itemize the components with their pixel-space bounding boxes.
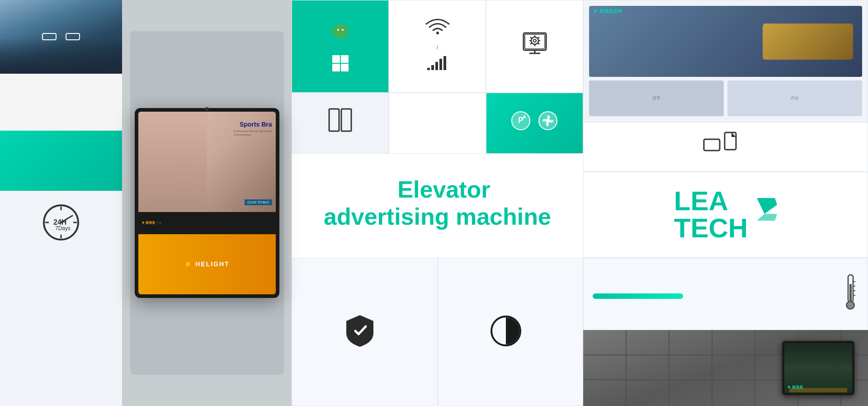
- fan-icon: [538, 111, 558, 133]
- svg-rect-7: [334, 27, 347, 36]
- svg-point-51: [847, 302, 854, 308]
- android-windows-box: [292, 0, 389, 93]
- resolution-block: [0, 0, 122, 74]
- svg-rect-20: [431, 65, 434, 70]
- preview-screens-block: ▶ 新视觉品牌 汉字 内容: [583, 0, 868, 122]
- sub-preview-2: 内容: [727, 80, 862, 116]
- signal-bars-icon: [426, 55, 449, 73]
- svg-rect-19: [427, 68, 430, 70]
- resolution-2160p: [66, 33, 80, 40]
- leatech-logo-text2: TECH: [674, 215, 748, 242]
- svg-point-27: [533, 39, 536, 42]
- svg-rect-21: [435, 62, 438, 70]
- svg-line-34: [538, 37, 539, 38]
- shield-icon: [344, 313, 376, 351]
- svg-line-33: [538, 43, 539, 44]
- svg-text:▲: ▲: [522, 113, 527, 119]
- svg-point-12: [337, 29, 339, 31]
- terminal-icon: [521, 31, 548, 57]
- svg-rect-38: [329, 109, 339, 131]
- svg-rect-15: [341, 55, 349, 63]
- super-power-icon: P ▲: [511, 111, 531, 133]
- brightness-adj-icon: [490, 315, 522, 349]
- svg-rect-47: [725, 132, 736, 150]
- product-line2: advertising machine: [324, 203, 551, 230]
- svg-rect-8: [332, 28, 335, 34]
- svg-point-13: [342, 29, 344, 31]
- temp-progress-bar: [593, 293, 683, 299]
- svg-rect-39: [341, 109, 351, 131]
- device-display: Sports Bra Professional Women Sports Bra…: [122, 0, 292, 406]
- usage-block: 24H 7Days: [0, 191, 122, 258]
- leatech-logo-text: LEA: [674, 188, 748, 215]
- svg-point-18: [436, 32, 439, 34]
- svg-text:7Days: 7Days: [55, 225, 71, 231]
- empty-box-1: [389, 93, 486, 154]
- product-line1: Elevator: [397, 176, 490, 203]
- orientation-block: [583, 122, 868, 172]
- split-screen-icon: [328, 108, 353, 134]
- resolution-1080p: [42, 33, 57, 40]
- svg-rect-14: [332, 55, 340, 63]
- windows-icon: [331, 54, 349, 74]
- svg-rect-46: [704, 139, 720, 151]
- main-preview-screen: ▶ 新视觉品牌: [589, 6, 862, 77]
- clock-icon: 24H 7Days: [41, 202, 81, 243]
- leatech-diamond-icon: [752, 196, 777, 234]
- svg-point-26: [531, 37, 538, 44]
- main-content-area: Elevator advertising machine: [292, 154, 583, 258]
- super-fan-box: P ▲: [486, 93, 583, 154]
- brightness-adj-box: [438, 258, 584, 406]
- svg-rect-10: [337, 36, 340, 39]
- mounted-display-block: ▶ 新视觉: [583, 330, 868, 406]
- android-icon: [329, 19, 352, 43]
- landscape-portrait-icons: [703, 130, 739, 164]
- svg-rect-22: [439, 59, 442, 70]
- leatech-logo-block: LEA TECH: [583, 172, 868, 258]
- wifi-icon: [424, 15, 451, 37]
- ips-block: [0, 74, 122, 131]
- svg-rect-9: [346, 28, 349, 34]
- svg-rect-11: [341, 36, 344, 39]
- wifi-box: /: [389, 0, 486, 93]
- svg-rect-17: [341, 64, 349, 71]
- svg-rect-49: [849, 284, 852, 302]
- thermometer-icon: [843, 273, 859, 315]
- svg-rect-16: [332, 64, 340, 71]
- mounted-screen: ▶ 新视觉: [782, 341, 854, 395]
- svg-line-35: [530, 43, 532, 44]
- high-temp-box: [583, 258, 868, 330]
- brightness-block: [0, 131, 122, 191]
- terminal-box: [486, 0, 583, 93]
- warranty-box: [292, 258, 438, 406]
- sub-preview-1: 汉字: [589, 80, 724, 116]
- svg-line-32: [530, 37, 532, 38]
- device-frame: Sports Bra Professional Women Sports Bra…: [135, 108, 279, 298]
- split-screen-box: [292, 93, 389, 154]
- svg-rect-23: [443, 56, 446, 70]
